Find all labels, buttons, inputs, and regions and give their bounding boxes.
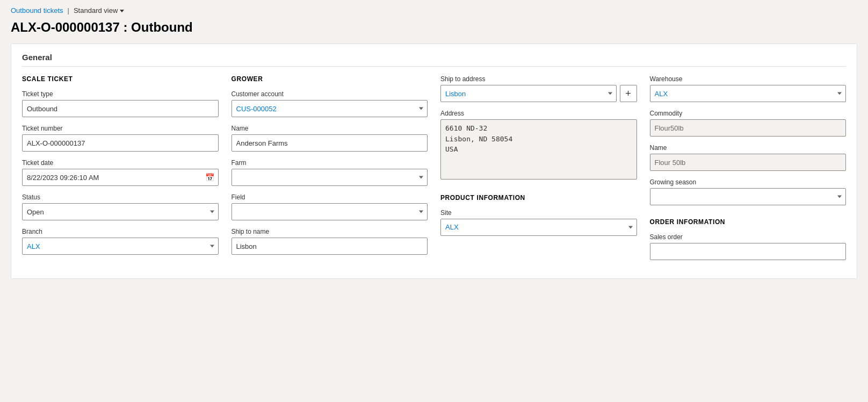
product-info-section-title: PRODUCT INFORMATION [440,194,637,202]
grower-name-input[interactable] [232,134,428,152]
ticket-number-input[interactable] [22,134,219,152]
ship-to-address-select[interactable]: Lisbon [440,85,617,102]
site-group: Site ALX [440,209,637,236]
breadcrumb-link[interactable]: Outbound tickets [11,6,63,15]
ship-to-name-label: Ship to name [232,228,428,235]
farm-select[interactable] [232,169,428,186]
field-label: Field [232,193,428,201]
spacer [440,189,637,194]
card-title: General [22,53,846,67]
ticket-number-group: Ticket number [22,125,219,152]
ship-to-name-input[interactable] [232,238,428,255]
breadcrumb-separator: | [68,6,69,15]
ticket-date-group: Ticket date 📅 [22,159,219,186]
site-select[interactable]: ALX [440,219,637,236]
branch-select-wrapper: ALX [22,238,219,255]
grower-name-group: Name [232,125,428,152]
spacer2 [650,213,847,218]
ticket-date-wrapper: 📅 [22,169,219,186]
branch-group: Branch ALX [22,228,219,255]
ship-to-name-group: Ship to name [232,228,428,255]
status-select[interactable]: Open Closed Draft [22,203,219,220]
shipping-section: Ship to address Lisbon + Address [440,75,637,268]
view-chevron-icon [120,10,124,12]
branch-label: Branch [22,228,219,235]
ticket-type-label: Ticket type [22,90,219,98]
commodity-name-label: Name [650,144,847,152]
warehouse-label: Warehouse [650,75,847,83]
commodity-input[interactable] [650,119,847,137]
field-select-wrapper [232,203,428,220]
growing-season-select[interactable] [650,188,847,205]
ship-to-address-row: Lisbon + [440,85,637,102]
warehouse-section: Warehouse ALX Commodity Name [650,75,847,268]
order-info-section-title: ORDER INFORMATION [650,218,847,226]
customer-account-group: Customer account CUS-000052 [232,90,428,117]
page-title: ALX-O-000000137 : Outbound [11,20,857,35]
site-select-wrapper: ALX [440,219,637,236]
grower-name-label: Name [232,125,428,132]
grower-section-title: GROWER [232,75,428,83]
commodity-name-group: Name [650,144,847,171]
warehouse-group: Warehouse ALX [650,75,847,102]
customer-account-label: Customer account [232,90,428,98]
commodity-name-input[interactable] [650,154,847,171]
customer-account-select[interactable]: CUS-000052 [232,100,428,117]
address-label: Address [440,110,637,117]
commodity-label: Commodity [650,110,847,117]
growing-season-group: Growing season [650,178,847,205]
scale-ticket-section-title: SCALE TICKET [22,75,219,83]
growing-season-select-wrapper [650,188,847,205]
ticket-date-input[interactable] [22,169,219,186]
sales-order-group: Sales order [650,233,847,260]
view-selector[interactable]: Standard view [74,6,124,15]
sales-order-input[interactable] [650,243,847,260]
status-group: Status Open Closed Draft [22,193,219,220]
farm-select-wrapper [232,169,428,186]
sales-order-label: Sales order [650,233,847,241]
address-group: Address [440,110,637,181]
customer-account-select-wrapper: CUS-000052 [232,100,428,117]
field-group: Field [232,193,428,220]
field-select[interactable] [232,203,428,220]
grower-section: GROWER Customer account CUS-000052 Name [232,75,428,268]
warehouse-select-wrapper: ALX [650,85,847,102]
view-label: Standard view [74,6,118,15]
status-label: Status [22,193,219,201]
ship-to-address-add-button[interactable]: + [620,85,637,102]
status-select-wrapper: Open Closed Draft [22,203,219,220]
site-label: Site [440,209,637,217]
branch-select[interactable]: ALX [22,238,219,255]
general-card: General SCALE TICKET Ticket type Ticket … [11,44,857,279]
ticket-number-label: Ticket number [22,125,219,132]
warehouse-select[interactable]: ALX [650,85,847,102]
scale-ticket-section: SCALE TICKET Ticket type Ticket number T… [22,75,219,268]
ship-to-address-label: Ship to address [440,75,637,83]
ticket-type-input[interactable] [22,100,219,117]
commodity-group: Commodity [650,110,847,137]
ticket-date-label: Ticket date [22,159,219,167]
ship-to-address-group: Ship to address Lisbon + [440,75,637,102]
farm-group: Farm [232,159,428,186]
address-textarea[interactable] [440,119,637,180]
growing-season-label: Growing season [650,178,847,186]
ship-to-address-select-wrapper: Lisbon [440,85,617,102]
ticket-type-group: Ticket type [22,90,219,117]
farm-label: Farm [232,159,428,167]
